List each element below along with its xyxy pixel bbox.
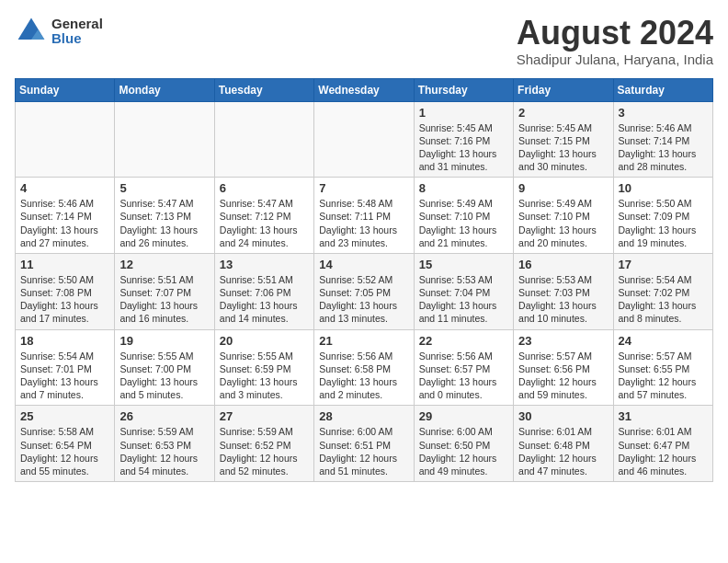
day-number: 13 — [220, 258, 309, 271]
day-header-tuesday: Tuesday — [214, 78, 313, 101]
day-details: Sunrise: 5:59 AMSunset: 6:53 PMDaylight:… — [119, 425, 209, 477]
calendar-cell: 5Sunrise: 5:47 AMSunset: 7:13 PMDaylight… — [115, 178, 214, 254]
day-number: 23 — [518, 334, 608, 348]
calendar-cell: 27Sunrise: 5:59 AMSunset: 6:52 PMDayligh… — [214, 406, 313, 482]
calendar-cell — [314, 101, 414, 178]
day-number: 20 — [220, 334, 309, 348]
day-details: Sunrise: 5:57 AMSunset: 6:56 PMDaylight:… — [518, 350, 608, 402]
day-details: Sunrise: 5:53 AMSunset: 7:04 PMDaylight:… — [419, 273, 508, 326]
day-details: Sunrise: 5:49 AMSunset: 7:10 PMDaylight:… — [518, 197, 608, 249]
calendar-cell: 17Sunrise: 5:54 AMSunset: 7:02 PMDayligh… — [613, 253, 712, 329]
day-details: Sunrise: 5:47 AMSunset: 7:12 PMDaylight:… — [220, 197, 309, 249]
calendar-cell: 18Sunrise: 5:54 AMSunset: 7:01 PMDayligh… — [16, 329, 115, 406]
calendar-cell: 16Sunrise: 5:53 AMSunset: 7:03 PMDayligh… — [514, 253, 613, 329]
day-details: Sunrise: 5:55 AMSunset: 6:59 PMDaylight:… — [220, 350, 309, 402]
day-header-wednesday: Wednesday — [314, 78, 414, 101]
logo-icon — [15, 15, 48, 48]
day-details: Sunrise: 6:01 AMSunset: 6:47 PMDaylight:… — [619, 425, 708, 477]
month-title: August 2024 — [517, 15, 713, 52]
day-details: Sunrise: 5:45 AMSunset: 7:16 PMDaylight:… — [419, 121, 508, 174]
day-number: 30 — [518, 409, 608, 423]
day-details: Sunrise: 5:55 AMSunset: 7:00 PMDaylight:… — [119, 350, 209, 402]
day-details: Sunrise: 5:58 AMSunset: 6:54 PMDaylight:… — [20, 425, 109, 477]
calendar-cell: 28Sunrise: 6:00 AMSunset: 6:51 PMDayligh… — [314, 406, 414, 482]
calendar-cell: 15Sunrise: 5:53 AMSunset: 7:04 PMDayligh… — [414, 253, 513, 329]
day-number: 6 — [220, 181, 309, 195]
calendar-cell: 10Sunrise: 5:50 AMSunset: 7:09 PMDayligh… — [613, 178, 712, 254]
day-details: Sunrise: 5:48 AMSunset: 7:11 PMDaylight:… — [319, 197, 408, 249]
day-details: Sunrise: 5:47 AMSunset: 7:13 PMDaylight:… — [119, 197, 209, 249]
calendar-cell: 23Sunrise: 5:57 AMSunset: 6:56 PMDayligh… — [514, 329, 613, 406]
day-headers-row: SundayMondayTuesdayWednesdayThursdayFrid… — [16, 78, 713, 101]
logo-blue: Blue — [51, 31, 103, 47]
calendar-table: SundayMondayTuesdayWednesdayThursdayFrid… — [15, 78, 713, 482]
title-block: August 2024 Shadipur Julana, Haryana, In… — [517, 15, 713, 67]
calendar-cell — [16, 101, 115, 178]
day-number: 29 — [419, 409, 508, 423]
day-details: Sunrise: 5:57 AMSunset: 6:55 PMDaylight:… — [619, 350, 708, 402]
day-details: Sunrise: 5:50 AMSunset: 7:08 PMDaylight:… — [20, 273, 109, 326]
calendar-cell: 6Sunrise: 5:47 AMSunset: 7:12 PMDaylight… — [214, 178, 313, 254]
calendar-cell: 9Sunrise: 5:49 AMSunset: 7:10 PMDaylight… — [514, 178, 613, 254]
day-details: Sunrise: 5:52 AMSunset: 7:05 PMDaylight:… — [319, 273, 408, 326]
day-number: 2 — [518, 106, 608, 120]
day-number: 11 — [20, 258, 109, 271]
day-details: Sunrise: 5:56 AMSunset: 6:57 PMDaylight:… — [419, 350, 508, 402]
calendar-week-2: 4Sunrise: 5:46 AMSunset: 7:14 PMDaylight… — [16, 178, 713, 254]
day-number: 14 — [319, 258, 408, 271]
day-number: 10 — [619, 181, 708, 195]
logo-text: General Blue — [51, 17, 103, 47]
day-details: Sunrise: 5:50 AMSunset: 7:09 PMDaylight:… — [619, 197, 708, 249]
day-number: 18 — [20, 334, 109, 348]
calendar-cell: 24Sunrise: 5:57 AMSunset: 6:55 PMDayligh… — [613, 329, 712, 406]
calendar-week-3: 11Sunrise: 5:50 AMSunset: 7:08 PMDayligh… — [16, 253, 713, 329]
day-number: 8 — [419, 181, 508, 195]
day-number: 21 — [319, 334, 408, 348]
day-number: 26 — [119, 409, 209, 423]
calendar-cell: 2Sunrise: 5:45 AMSunset: 7:15 PMDaylight… — [514, 101, 613, 178]
calendar-cell: 12Sunrise: 5:51 AMSunset: 7:07 PMDayligh… — [115, 253, 214, 329]
day-details: Sunrise: 5:46 AMSunset: 7:14 PMDaylight:… — [20, 197, 109, 249]
calendar-cell: 7Sunrise: 5:48 AMSunset: 7:11 PMDaylight… — [314, 178, 414, 254]
day-details: Sunrise: 5:51 AMSunset: 7:07 PMDaylight:… — [119, 273, 209, 326]
calendar-cell: 4Sunrise: 5:46 AMSunset: 7:14 PMDaylight… — [16, 178, 115, 254]
calendar-cell: 29Sunrise: 6:00 AMSunset: 6:50 PMDayligh… — [414, 406, 513, 482]
day-number: 15 — [419, 258, 508, 271]
day-number: 4 — [20, 181, 109, 195]
logo-general: General — [51, 17, 103, 32]
day-number: 27 — [220, 409, 309, 423]
day-header-thursday: Thursday — [414, 78, 513, 101]
calendar-cell: 26Sunrise: 5:59 AMSunset: 6:53 PMDayligh… — [115, 406, 214, 482]
day-number: 7 — [319, 181, 408, 195]
page-header: General Blue August 2024 Shadipur Julana… — [15, 15, 713, 67]
day-header-saturday: Saturday — [613, 78, 712, 101]
day-header-monday: Monday — [115, 78, 214, 101]
day-number: 9 — [518, 181, 608, 195]
day-details: Sunrise: 6:00 AMSunset: 6:51 PMDaylight:… — [319, 425, 408, 477]
calendar-cell — [214, 101, 313, 178]
day-details: Sunrise: 5:49 AMSunset: 7:10 PMDaylight:… — [419, 197, 508, 249]
day-details: Sunrise: 5:46 AMSunset: 7:14 PMDaylight:… — [619, 121, 708, 174]
calendar-week-5: 25Sunrise: 5:58 AMSunset: 6:54 PMDayligh… — [16, 406, 713, 482]
day-details: Sunrise: 6:01 AMSunset: 6:48 PMDaylight:… — [518, 425, 608, 477]
calendar-cell: 19Sunrise: 5:55 AMSunset: 7:00 PMDayligh… — [115, 329, 214, 406]
day-details: Sunrise: 5:54 AMSunset: 7:02 PMDaylight:… — [619, 273, 708, 326]
day-details: Sunrise: 5:45 AMSunset: 7:15 PMDaylight:… — [518, 121, 608, 174]
calendar-cell: 20Sunrise: 5:55 AMSunset: 6:59 PMDayligh… — [214, 329, 313, 406]
day-number: 28 — [319, 409, 408, 423]
calendar-cell: 30Sunrise: 6:01 AMSunset: 6:48 PMDayligh… — [514, 406, 613, 482]
day-number: 31 — [619, 409, 708, 423]
location: Shadipur Julana, Haryana, India — [517, 52, 713, 67]
calendar-cell: 11Sunrise: 5:50 AMSunset: 7:08 PMDayligh… — [16, 253, 115, 329]
calendar-cell: 3Sunrise: 5:46 AMSunset: 7:14 PMDaylight… — [613, 101, 712, 178]
day-details: Sunrise: 5:51 AMSunset: 7:06 PMDaylight:… — [220, 273, 309, 326]
day-number: 19 — [119, 334, 209, 348]
day-number: 16 — [518, 258, 608, 271]
calendar-cell: 1Sunrise: 5:45 AMSunset: 7:16 PMDaylight… — [414, 101, 513, 178]
day-number: 12 — [119, 258, 209, 271]
logo: General Blue — [15, 15, 103, 48]
day-number: 1 — [419, 106, 508, 120]
day-header-sunday: Sunday — [16, 78, 115, 101]
calendar-cell — [115, 101, 214, 178]
day-number: 17 — [619, 258, 708, 271]
